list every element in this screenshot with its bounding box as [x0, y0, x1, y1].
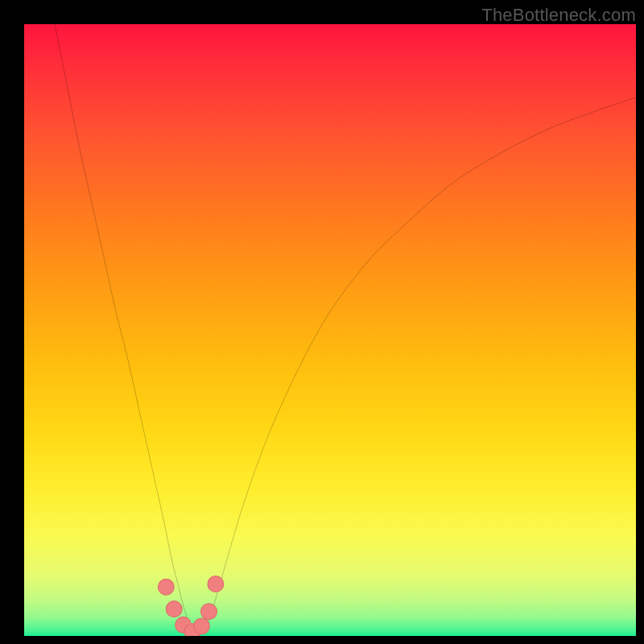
- marker-layer: [24, 24, 636, 636]
- marker-dot: [194, 618, 210, 634]
- marker-dot: [208, 576, 224, 592]
- marker-dot: [158, 579, 174, 595]
- marker-dot: [166, 601, 182, 617]
- marker-dot: [201, 604, 217, 620]
- outer-frame: TheBottleneck.com: [0, 0, 644, 644]
- attribution-watermark: TheBottleneck.com: [481, 5, 636, 26]
- plot-area: [24, 24, 636, 636]
